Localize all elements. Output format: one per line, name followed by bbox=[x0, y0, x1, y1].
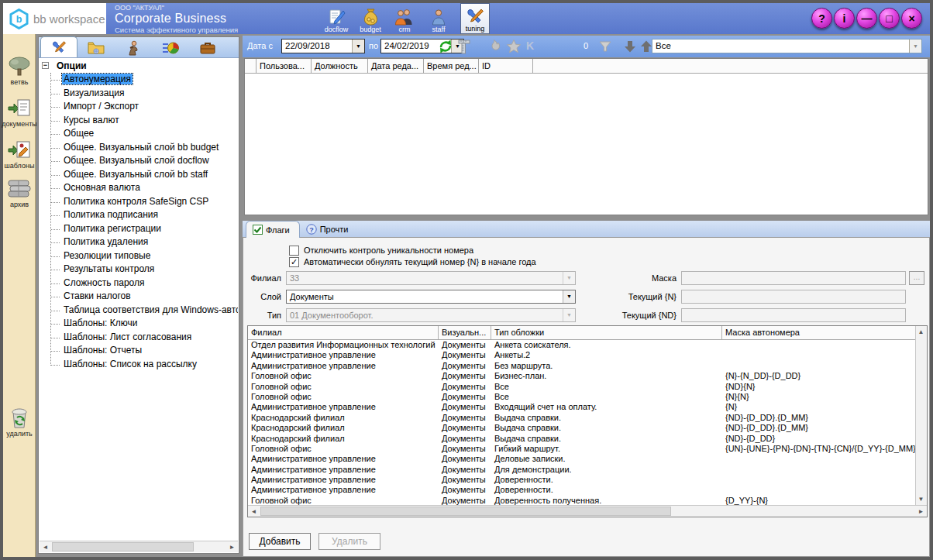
refresh-icon[interactable] bbox=[438, 39, 453, 54]
filial-combobox[interactable]: 33 ▼ bbox=[286, 271, 576, 285]
grid-row[interactable]: Административное управлениеДокументыДове… bbox=[248, 475, 915, 485]
tree-item[interactable]: Резолюции типовые bbox=[40, 249, 238, 263]
column-header-filial[interactable]: Филиал bbox=[248, 326, 439, 339]
scroll-down-icon[interactable]: ▼ bbox=[915, 493, 927, 505]
grid-row[interactable]: Головной офисДокументыВсе{ND}{N} bbox=[248, 382, 915, 392]
column-header-id[interactable]: ID bbox=[479, 59, 533, 73]
column-header-visual-layer[interactable]: Визуальн... bbox=[439, 326, 491, 339]
ruler-icon[interactable] bbox=[456, 39, 472, 54]
column-header-mask[interactable]: Маска автономера bbox=[722, 326, 917, 339]
grid-row[interactable]: Административное управлениеДокументыВход… bbox=[248, 402, 915, 412]
grid-row[interactable]: Головной офисДокументыВсе{N}{N} bbox=[248, 392, 915, 402]
current-n-field[interactable] bbox=[681, 290, 906, 304]
grid-row[interactable]: Административное управлениеДокументыДля … bbox=[248, 465, 915, 475]
grid-row[interactable]: Краснодарский филиалДокументыВыдача спра… bbox=[248, 423, 915, 433]
tab-shared-folder[interactable] bbox=[77, 38, 115, 57]
chevron-down-icon[interactable]: ▼ bbox=[352, 40, 364, 53]
tab-personnel[interactable] bbox=[115, 38, 152, 57]
scope-combobox[interactable]: Все ▼ bbox=[652, 39, 922, 53]
grid-row[interactable]: Головной офисДокументыДоверенность получ… bbox=[248, 496, 915, 505]
maska-browse-button[interactable]: ... bbox=[909, 271, 924, 285]
add-button[interactable]: Добавить bbox=[249, 533, 311, 550]
column-header-user[interactable]: Пользова... bbox=[256, 59, 312, 73]
tree-item[interactable]: Курсы валют bbox=[40, 114, 238, 128]
tree-item[interactable]: Шаблоны: Отчеты bbox=[40, 344, 238, 358]
checkbox-row-unique[interactable]: Отключить контроль уникальности номера bbox=[289, 245, 473, 256]
minimize-button[interactable]: — bbox=[856, 8, 877, 29]
column-header-edit-time[interactable]: Время ред... bbox=[424, 59, 479, 73]
arrow-down-icon[interactable] bbox=[622, 39, 638, 54]
app-docflow[interactable]: docflow bbox=[319, 3, 353, 34]
scroll-up-icon[interactable]: ▲ bbox=[915, 326, 927, 338]
grid-row[interactable]: Краснодарский филиалДокументыВыдача спра… bbox=[248, 434, 915, 444]
delete-button[interactable]: Удалить bbox=[318, 533, 380, 550]
tree-item[interactable]: Импорт / Экспорт bbox=[40, 100, 238, 114]
grid-row[interactable]: Административное управлениеДокументыДело… bbox=[248, 454, 915, 464]
tree-item[interactable]: Таблица соответствия для Windows-авто bbox=[40, 304, 238, 318]
sloy-combobox[interactable]: Документы ▼ bbox=[286, 290, 576, 304]
grid-row[interactable]: Административное управлениеДокументыБез … bbox=[248, 361, 915, 371]
grid-row[interactable]: Головной офисДокументыБизнес-план.{N}-{N… bbox=[248, 371, 915, 381]
tree-item[interactable]: Политика контроля SafeSign CSP bbox=[40, 195, 238, 209]
chevron-down-icon[interactable]: ▼ bbox=[563, 290, 575, 303]
tree-item[interactable]: Результаты контроля bbox=[40, 263, 238, 277]
tree-horizontal-scrollbar[interactable]: ◄ ► bbox=[40, 541, 238, 552]
tab-tools[interactable] bbox=[40, 36, 77, 57]
current-nd-field[interactable] bbox=[681, 308, 906, 322]
tree-item[interactable]: Общее. Визуальный слой bb budget bbox=[40, 141, 238, 155]
tab-other[interactable]: ? Прочти bbox=[300, 221, 358, 238]
chevron-down-icon[interactable]: ▼ bbox=[909, 40, 921, 53]
grid-row[interactable]: Административное управлениеДокументыАнке… bbox=[248, 350, 915, 360]
scroll-left-icon[interactable]: ◄ bbox=[40, 541, 51, 553]
tree-item[interactable]: Шаблоны: Лист согласования bbox=[40, 331, 238, 345]
grid-vertical-scrollbar[interactable]: ▲ ▼ bbox=[915, 326, 927, 505]
tree-item[interactable]: Политика удаления bbox=[40, 235, 238, 249]
tree-item[interactable]: Общее. Визуальный слой docflow bbox=[40, 154, 238, 168]
collapse-icon[interactable]: − bbox=[42, 62, 49, 69]
grid-horizontal-scrollbar[interactable]: ◄ ► bbox=[248, 505, 927, 517]
date-from-combobox[interactable]: 22/09/2018 ▼ bbox=[281, 39, 365, 53]
scroll-right-icon[interactable]: ► bbox=[226, 541, 238, 553]
column-header-edit-date[interactable]: Дата реда... bbox=[368, 59, 424, 73]
tree-item[interactable]: Ставки налогов bbox=[40, 290, 238, 304]
star-icon[interactable] bbox=[506, 39, 522, 54]
tree-item[interactable]: Политика подписания bbox=[40, 208, 238, 222]
flame-icon[interactable] bbox=[487, 39, 502, 54]
scroll-right-icon[interactable]: ► bbox=[915, 506, 927, 517]
column-header-position[interactable]: Должность bbox=[312, 59, 368, 73]
funnel-icon[interactable] bbox=[597, 39, 613, 54]
tree-item[interactable]: Визуализация bbox=[40, 87, 238, 101]
sidebar-item-delete[interactable]: удалить bbox=[3, 407, 36, 438]
column-header[interactable] bbox=[245, 59, 256, 73]
info-button[interactable]: i bbox=[834, 8, 855, 29]
tab-reports[interactable] bbox=[152, 38, 189, 57]
checkbox-reset-number-yearly[interactable] bbox=[289, 257, 299, 267]
tree-item[interactable]: Основная валюта bbox=[40, 181, 238, 195]
scrollbar-thumb[interactable] bbox=[260, 507, 671, 516]
tree-item[interactable]: Политика регистрации bbox=[40, 222, 238, 236]
tab-flags[interactable]: Флаги bbox=[246, 221, 300, 238]
grid-row[interactable]: Головной офисДокументыГибкий маршрут.{UN… bbox=[248, 444, 915, 454]
sidebar-item-templates[interactable]: шаблоны bbox=[3, 139, 36, 170]
tree-item[interactable]: Шаблоны: Ключи bbox=[40, 317, 238, 331]
column-header-cover-type[interactable]: Тип обложки bbox=[491, 326, 722, 339]
help-button[interactable]: ? bbox=[811, 8, 832, 29]
tree-root[interactable]: − Опции bbox=[40, 59, 238, 73]
app-tuning[interactable]: tuning bbox=[460, 3, 490, 34]
tree-item[interactable]: Сложность пароля bbox=[40, 277, 238, 290]
sidebar-item-branch[interactable]: ветвь bbox=[3, 56, 36, 86]
checkbox-row-reset[interactable]: Автоматически обнулять текущий номер {N}… bbox=[289, 256, 536, 267]
app-staff[interactable]: staff bbox=[422, 3, 456, 34]
tree-item[interactable]: Общее bbox=[40, 127, 238, 141]
tip-combobox[interactable]: 01 Документооборот. ▼ bbox=[286, 308, 576, 322]
maska-field[interactable] bbox=[681, 271, 906, 285]
app-budget[interactable]: budget bbox=[353, 3, 387, 34]
grid-row[interactable]: Краснодарский филиалДокументыВыдача спра… bbox=[248, 413, 915, 423]
maximize-button[interactable]: □ bbox=[879, 8, 900, 29]
tree-item[interactable]: Автонумерация bbox=[40, 73, 238, 87]
sidebar-item-documents[interactable]: документы bbox=[3, 98, 36, 128]
sidebar-item-archive[interactable]: архив bbox=[3, 178, 36, 208]
app-crm[interactable]: crm bbox=[387, 3, 422, 34]
checkbox-disable-unique-control[interactable] bbox=[289, 246, 299, 256]
tree-item[interactable]: Общее. Визуальный слой bb staff bbox=[40, 168, 238, 182]
